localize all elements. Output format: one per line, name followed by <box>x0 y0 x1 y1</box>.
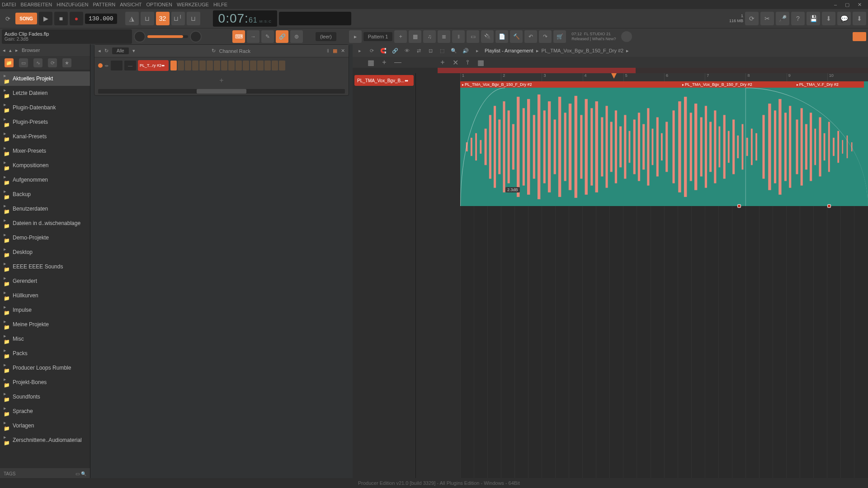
tree-item[interactable]: ▸📁EEEE EEEE Sounds <box>0 259 90 274</box>
playlist-breadcrumb[interactable]: PL_TMA_Vox_Bgv_B_150_F_Dry #2 <box>542 48 624 53</box>
tree-item[interactable]: ▸📁Aufgenommen <box>0 173 90 187</box>
channel-filter[interactable]: Alle <box>112 47 129 54</box>
menu-view[interactable]: ANSICHT <box>120 2 142 7</box>
fade-handle[interactable] <box>737 204 741 208</box>
playlist-tracks[interactable]: 12345678910 Acapella 👁 PL_TMA_Vox_Bgv_B_… <box>416 73 868 479</box>
browser-clip-icon[interactable]: ▭ <box>19 58 28 67</box>
blend-icon[interactable]: ✎ <box>261 30 274 43</box>
pattern-selector-empty[interactable]: (leer) <box>316 32 336 41</box>
main-pitch-knob[interactable] <box>190 31 202 42</box>
pl-speaker-icon[interactable]: 🔊 <box>461 46 470 55</box>
track-auto-icon[interactable]: ⫯ <box>463 57 473 67</box>
tree-item[interactable]: ▸📁Kompositionen <box>0 158 90 173</box>
track-lane-2[interactable] <box>460 206 868 333</box>
shop-icon[interactable]: 🛒 <box>553 30 566 43</box>
step-icon[interactable]: ⊔ <box>187 12 200 25</box>
pl-arrows-icon[interactable]: ⇄ <box>414 46 423 55</box>
channel-name[interactable]: PL_T...ry #2 ⬌ <box>138 60 169 71</box>
tree-item[interactable]: ▸📁Desktop <box>0 245 90 259</box>
pattern-add-icon[interactable]: + <box>394 30 407 43</box>
pattern-play-icon[interactable]: ▸ <box>349 30 362 43</box>
ruler-mark[interactable]: 8 <box>745 73 786 81</box>
pattern-selector[interactable]: Pattern 1 <box>363 32 393 41</box>
browser-fwd-icon[interactable]: ▸ <box>15 47 18 53</box>
main-volume-knob[interactable] <box>134 31 146 42</box>
window-maximize-icon[interactable]: ▢ <box>845 2 849 8</box>
ch-dropdown-icon[interactable]: ▾ <box>132 48 135 54</box>
typing-keyboard-icon[interactable]: ⌨ <box>232 30 245 43</box>
channel-rack-header[interactable]: ◂ ↻ Alle ▾ ↻ Channel Rack ⫴ ▦ ✕ <box>94 45 349 57</box>
ruler-mark[interactable]: 3 <box>542 73 582 81</box>
tree-item[interactable]: ▸📁Plugin-Presets <box>0 115 90 129</box>
ruler-mark[interactable]: 4 <box>583 73 623 81</box>
ch-fwd-icon[interactable]: ↻ <box>104 48 108 54</box>
refresh-icon[interactable]: ⟳ <box>745 12 759 25</box>
tree-item[interactable]: ▸📁Benutzerdaten <box>0 202 90 216</box>
pl-search-icon[interactable]: 🔍 <box>449 46 458 55</box>
fruity-logo-icon[interactable] <box>853 32 866 41</box>
channel-led-icon[interactable] <box>98 63 103 68</box>
timeline-ruler[interactable]: 12345678910 <box>460 73 868 81</box>
metronome-icon[interactable]: ◮ <box>125 12 139 25</box>
save-icon[interactable]: 💾 <box>807 12 820 25</box>
file-icon[interactable]: 📄 <box>495 30 508 43</box>
track-close-icon[interactable]: ✕ <box>450 57 460 67</box>
link-icon[interactable]: ⊚ <box>290 30 303 43</box>
browser-folder-icon[interactable]: 📁 <box>5 58 14 67</box>
ruler-mark[interactable]: 5 <box>623 73 664 81</box>
ruler-mark[interactable]: 7 <box>705 73 745 81</box>
countdown-icon[interactable]: ⊔ <box>141 12 154 25</box>
ch-back-icon[interactable]: ◂ <box>98 48 101 54</box>
ch-graph-icon[interactable]: ⫴ <box>327 48 329 54</box>
tree-item[interactable]: ▸📁Projekt-Bones <box>0 375 90 389</box>
pl-magnet-icon[interactable]: 🧲 <box>379 46 388 55</box>
menu-edit[interactable]: BEARBEITEN <box>21 2 52 7</box>
channel-row[interactable]: ◂▸ — PL_T...ry #2 ⬌ <box>94 57 349 74</box>
sync-icon[interactable]: ⟳ <box>2 13 14 24</box>
browser-wave-icon[interactable]: ∿ <box>33 58 42 67</box>
pl-eye-icon[interactable]: 👁 <box>402 46 411 55</box>
track-grid-icon[interactable]: ▦ <box>476 57 486 67</box>
snap-button[interactable]: 32 <box>156 12 170 25</box>
fade-handle-2[interactable] <box>827 204 831 208</box>
picker-view-icon[interactable]: ▦ <box>366 57 376 67</box>
tree-item[interactable]: ▸📁Dateien in d..wischenablage <box>0 216 90 230</box>
loop-icon[interactable]: ⊔╵ <box>171 12 185 25</box>
ch-grid-icon[interactable]: ▦ <box>333 48 337 54</box>
tree-item[interactable]: ▸📁Packs <box>0 346 90 361</box>
pl-select-icon[interactable]: ⬚ <box>438 46 447 55</box>
step-edit-icon[interactable]: 🔗 <box>276 30 288 43</box>
playlist-scrubber[interactable] <box>438 68 868 73</box>
tree-item[interactable]: ▸📁Sprache <box>0 404 90 418</box>
view-playlist-icon[interactable]: ▦ <box>409 30 421 43</box>
tools-icon[interactable]: ✂ <box>760 12 774 25</box>
tree-item[interactable]: ▸📁Impulse <box>0 303 90 317</box>
menu-options[interactable]: OPTIONEN <box>146 2 172 7</box>
track-lane-3[interactable] <box>460 333 868 461</box>
menu-pattern[interactable]: PATTERN <box>93 2 116 7</box>
menu-file[interactable]: DATEI <box>2 2 16 7</box>
pl-marker-icon[interactable]: ▸ <box>473 46 482 55</box>
pl-play-icon[interactable]: ▸ <box>355 46 364 55</box>
record-button[interactable]: ● <box>70 12 83 25</box>
tree-item[interactable]: ▸📁Soundfonts <box>0 389 90 404</box>
ch-loop-icon[interactable]: ↻ <box>212 48 216 54</box>
channel-scroll[interactable] <box>98 89 345 94</box>
browser-refresh-icon[interactable]: ⟳ <box>48 58 57 67</box>
main-volume-slider[interactable] <box>147 35 188 38</box>
browser-collapse-icon[interactable]: ▭ <box>75 471 80 476</box>
song-mode-button[interactable]: SONG <box>15 13 37 24</box>
picker-clip[interactable]: PL_TMA_Vox_Bgv_B... ⬌ <box>354 75 414 86</box>
pl-link-icon[interactable]: 🔗 <box>391 46 400 55</box>
window-minimize-icon[interactable]: – <box>834 2 837 8</box>
redo-icon[interactable]: ↷ <box>539 30 552 43</box>
step-sequencer[interactable] <box>170 61 285 70</box>
pl-sync-icon[interactable]: ⟳ <box>367 46 376 55</box>
play-button[interactable]: ▶ <box>39 12 52 25</box>
tree-item[interactable]: ▸📁Mixer-Presets <box>0 144 90 158</box>
picker-add-icon[interactable]: + <box>379 57 389 67</box>
tree-item[interactable]: ▸📁Plugin-Datenbank <box>0 100 90 115</box>
tree-item[interactable]: ▸📁Gerendert <box>0 274 90 288</box>
channel-arrows-icon[interactable]: ◂▸ <box>104 63 109 68</box>
view-browser-icon[interactable]: ▭ <box>467 30 479 43</box>
